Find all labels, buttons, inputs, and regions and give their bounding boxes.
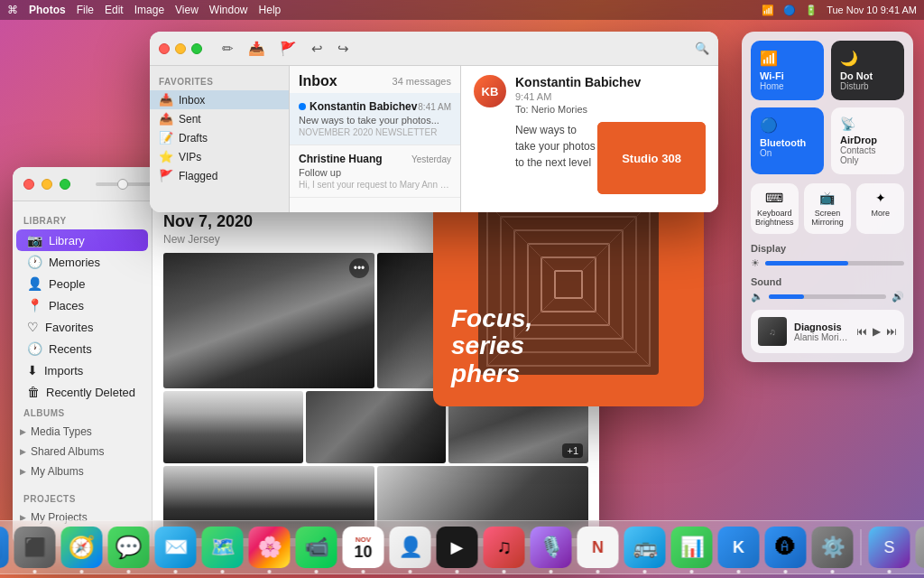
sidebar-item-recents[interactable]: 🕐 Recents [16, 338, 148, 359]
menu-edit[interactable]: Edit [105, 4, 124, 16]
cc-fast-forward-button[interactable]: ⏭ [886, 325, 897, 338]
mail-inbox-label: Inbox [179, 94, 205, 107]
photo-more-button[interactable]: ••• [349, 258, 369, 278]
cc-sound-slider[interactable] [769, 294, 886, 299]
mail-search-icon[interactable]: 🔍 [695, 42, 709, 55]
dock-trash[interactable]: 🗑️ [916, 527, 925, 568]
photo-cell[interactable]: ••• [163, 253, 374, 388]
dock-contacts[interactable]: 👤 [390, 527, 431, 568]
photos-close-button[interactable] [23, 179, 34, 190]
mail-flag-icon[interactable]: 🚩 [280, 41, 297, 57]
sidebar-item-favorites[interactable]: ♡ Favorites [16, 316, 148, 338]
mail-list-item[interactable]: Christine Huang Yesterday Follow up Hi, … [290, 145, 460, 198]
sidebar-my-albums[interactable]: ▶ My Albums [13, 461, 152, 481]
cc-rewind-button[interactable]: ⏮ [856, 325, 867, 338]
cc-screenmirror-tile[interactable]: 📺 Screen Mirroring [804, 183, 852, 234]
recently-deleted-icon: 🗑 [27, 385, 40, 399]
mail-close-button[interactable] [159, 43, 170, 54]
cc-wifi-label: Wi-Fi [760, 70, 815, 81]
cc-airdrop-label: AirDrop [840, 135, 895, 145]
battery-icon[interactable]: 🔋 [805, 5, 818, 16]
newsletter-focus-text: Focus, series phers [451, 305, 686, 388]
cc-keyboard-tile[interactable]: ⌨ Keyboard Brightness [751, 183, 799, 234]
photos-maximize-button[interactable] [60, 179, 70, 190]
sidebar-item-imports[interactable]: ⬇ Imports [16, 359, 148, 381]
sidebar-shared-albums-label: Shared Albums [31, 445, 104, 458]
mail-item-header: Konstantin Babichev 8:41 AM [299, 100, 451, 113]
photos-zoom-thumb[interactable] [117, 179, 128, 190]
dock-safari[interactable]: 🧭 [61, 527, 103, 568]
dock-numbers[interactable]: 📊 [671, 527, 713, 568]
mail-avatar: KB [474, 75, 506, 107]
sidebar-media-types[interactable]: ▶ Media Types [13, 422, 152, 442]
cc-track-title: Diagnosis [794, 322, 849, 332]
app-name[interactable]: Photos [29, 4, 66, 16]
dock-calendar[interactable]: Nov 10 [343, 527, 384, 568]
dock-system-preferences[interactable]: ⚙️ [812, 527, 854, 568]
menu-help[interactable]: Help [259, 4, 282, 16]
dock-facetime[interactable]: 📹 [296, 527, 337, 568]
wifi-icon[interactable]: 📶 [762, 5, 774, 16]
menu-view[interactable]: View [175, 4, 199, 16]
dock-siri[interactable]: S [869, 527, 910, 568]
sidebar-recents-label: Recents [49, 342, 92, 356]
cc-wifi-sublabel: Home [760, 81, 815, 91]
mail-archive-icon[interactable]: 📥 [248, 41, 265, 57]
mail-maximize-button[interactable] [191, 43, 202, 54]
photo-cell[interactable] [163, 391, 303, 463]
menu-image[interactable]: Image [134, 4, 164, 16]
mail-list-item[interactable]: Konstantin Babichev 8:41 AM New ways to … [290, 93, 460, 145]
dock-podcasts[interactable]: 🎙️ [531, 527, 572, 568]
mail-sent-item[interactable]: 📤 Sent [150, 109, 289, 128]
dock-messages[interactable]: 💬 [108, 527, 150, 568]
menu-file[interactable]: File [77, 4, 94, 16]
dock-news[interactable]: N [578, 527, 619, 568]
bluetooth-icon[interactable]: 🔵 [783, 5, 796, 16]
mail-flagged-item[interactable]: 🚩 Flagged [150, 166, 289, 185]
cc-airdrop-tile[interactable]: 📡 AirDrop Contacts Only [831, 107, 904, 174]
photo-cell[interactable] [306, 391, 446, 463]
sidebar-places-label: Places [49, 299, 84, 312]
dock-launchpad[interactable]: ⬛ [14, 527, 56, 568]
sidebar-item-recently-deleted[interactable]: 🗑 Recently Deleted [16, 381, 148, 403]
mail-reply-icon[interactable]: ↩ [311, 41, 323, 57]
mail-inbox-item[interactable]: 📥 Inbox [150, 90, 289, 109]
cc-extra-tile[interactable]: ✦ More [856, 183, 904, 234]
svg-rect-21 [0, 533, 3, 562]
mail-minimize-button[interactable] [175, 43, 186, 54]
sidebar-shared-albums[interactable]: ▶ Shared Albums [13, 442, 152, 461]
cc-wifi-tile[interactable]: 📶 Wi-Fi Home [751, 41, 824, 100]
mail-detail: KB Konstantin Babichev 9:41 AM To: Nerio… [461, 66, 718, 212]
dock-finder[interactable]: 😊 [0, 527, 9, 568]
cc-now-playing: ♫ Diagnosis Alanis Morissette ⏮ ▶ ⏭ [751, 310, 904, 353]
sidebar-item-places[interactable]: 📍 Places [16, 294, 148, 316]
cc-dnd-tile[interactable]: 🌙 Do Not Disturb [831, 41, 904, 100]
dock-music[interactable]: ♫ [484, 527, 525, 568]
photos-projects-section: Projects [13, 489, 152, 508]
cc-play-button[interactable]: ▶ [873, 325, 881, 338]
dock-appstore[interactable]: 🅐 [765, 527, 807, 568]
photos-minimize-button[interactable] [42, 179, 52, 190]
photos-sidebar: Library 📷 Library 🕐 Memories 👤 People 📍 … [13, 201, 152, 546]
cc-track-info: Diagnosis Alanis Morissette [794, 322, 849, 342]
dock-keynote[interactable]: K [718, 527, 760, 568]
sidebar-item-people[interactable]: 👤 People [16, 273, 148, 294]
apple-menu[interactable]: ⌘ [7, 4, 18, 16]
mail-drafts-item[interactable]: 📝 Drafts [150, 128, 289, 147]
dock-maps[interactable]: 🗺️ [202, 527, 244, 568]
mail-forward-icon[interactable]: ↪ [337, 41, 349, 57]
mail-message-count: 34 messages [393, 76, 451, 87]
mail-subject-2: Follow up [299, 167, 451, 178]
dock-photos[interactable]: 🌸 [249, 527, 291, 568]
cc-bluetooth-tile[interactable]: 🔵 Bluetooth On [751, 107, 824, 174]
dock-mail[interactable]: ✉️ [155, 527, 197, 568]
cc-display-slider-row: ☀ [751, 257, 904, 269]
cc-display-slider[interactable] [765, 261, 904, 266]
sidebar-item-memories[interactable]: 🕐 Memories [16, 251, 148, 273]
menu-window[interactable]: Window [209, 4, 248, 16]
dock-appletv[interactable]: ▶ [437, 527, 478, 568]
dock-transit[interactable]: 🚌 [624, 527, 666, 568]
mail-compose-icon[interactable]: ✏ [222, 41, 234, 57]
mail-vips-item[interactable]: ⭐ VIPs [150, 147, 289, 166]
sidebar-item-library[interactable]: 📷 Library [16, 229, 148, 251]
